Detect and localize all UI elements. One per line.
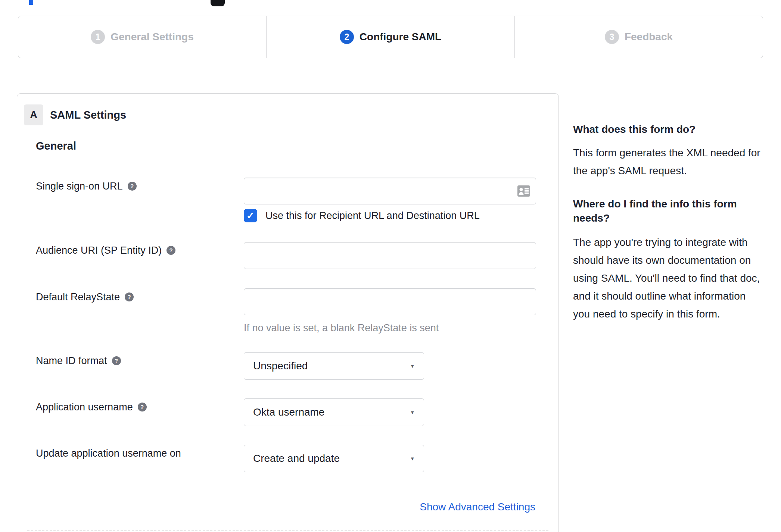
step-3-label: Feedback	[625, 31, 673, 43]
recipient-url-checkbox-label: Use this for Recipient URL and Destinati…	[265, 209, 480, 222]
sso-url-input-wrap	[244, 178, 536, 204]
audience-uri-input-wrap	[244, 242, 536, 269]
help-question-1-body: This form generates the XML needed for t…	[573, 144, 765, 180]
update-username-label-text: Update application username on	[36, 448, 181, 459]
sso-url-label: Single sign-on URL ?	[36, 181, 137, 192]
panel-title: SAML Settings	[50, 109, 126, 121]
name-id-format-value: Unspecified	[253, 360, 308, 372]
cut-off-accent-fragment	[29, 0, 33, 5]
step-1-number-badge: 1	[91, 30, 105, 44]
audience-uri-label: Audience URI (SP Entity ID) ?	[36, 245, 175, 256]
step-2-number-badge: 2	[340, 30, 354, 44]
update-username-value: Create and update	[253, 453, 340, 464]
name-id-format-select[interactable]: Unspecified ▼	[244, 352, 424, 380]
recipient-url-checkbox[interactable]: ✓	[244, 209, 257, 222]
application-username-select[interactable]: Okta username ▼	[244, 398, 424, 426]
section-a-badge: A	[24, 104, 43, 125]
relay-state-label-text: Default RelayState	[36, 291, 120, 303]
application-username-label-text: Application username	[36, 401, 133, 413]
check-icon: ✓	[246, 211, 255, 220]
step-2-label: Configure SAML	[360, 31, 441, 43]
show-advanced-settings-link[interactable]: Show Advanced Settings	[420, 501, 535, 513]
application-username-label: Application username ?	[36, 401, 147, 413]
application-username-value: Okta username	[253, 406, 324, 418]
step-1-label: General Settings	[111, 31, 194, 43]
chevron-down-icon: ▼	[410, 363, 415, 369]
relay-state-input[interactable]	[244, 288, 536, 315]
update-username-select[interactable]: Create and update ▼	[244, 445, 424, 472]
relay-state-input-wrap	[244, 288, 536, 315]
help-icon[interactable]: ?	[112, 356, 121, 365]
contact-card-icon	[517, 185, 530, 197]
help-icon[interactable]: ?	[167, 246, 175, 255]
recipient-url-checkbox-row: ✓ Use this for Recipient URL and Destina…	[244, 209, 480, 222]
help-icon[interactable]: ?	[125, 292, 134, 301]
cut-off-app-logo-icon	[211, 0, 225, 6]
help-question-2-body: The app you're trying to integrate with …	[573, 234, 765, 323]
audience-uri-label-text: Audience URI (SP Entity ID)	[36, 245, 162, 256]
name-id-format-label: Name ID format ?	[36, 355, 121, 366]
step-feedback: 3 Feedback	[514, 16, 763, 58]
section-divider	[27, 531, 548, 531]
help-icon[interactable]: ?	[128, 182, 137, 191]
sso-url-input[interactable]	[244, 178, 536, 204]
relay-state-hint: If no value is set, a blank RelayState i…	[244, 322, 439, 334]
help-question-2-heading: Where do I find the info this form needs…	[573, 197, 765, 225]
sso-url-label-text: Single sign-on URL	[36, 181, 123, 192]
general-section-heading: General	[36, 140, 76, 152]
update-username-label: Update application username on	[36, 448, 181, 459]
name-id-format-label-text: Name ID format	[36, 355, 107, 366]
chevron-down-icon: ▼	[410, 456, 415, 461]
audience-uri-input[interactable]	[244, 242, 536, 269]
help-question-1-heading: What does this form do?	[573, 122, 696, 137]
step-3-number-badge: 3	[605, 30, 619, 44]
chevron-down-icon: ▼	[410, 410, 415, 415]
help-icon[interactable]: ?	[138, 403, 147, 411]
step-configure-saml: 2 Configure SAML	[266, 16, 514, 58]
step-general-settings: 1 General Settings	[18, 16, 266, 58]
saml-settings-panel: A SAML Settings General Single sign-on U…	[17, 93, 559, 532]
relay-state-label: Default RelayState ?	[36, 291, 134, 303]
wizard-stepper: 1 General Settings 2 Configure SAML 3 Fe…	[18, 16, 763, 58]
